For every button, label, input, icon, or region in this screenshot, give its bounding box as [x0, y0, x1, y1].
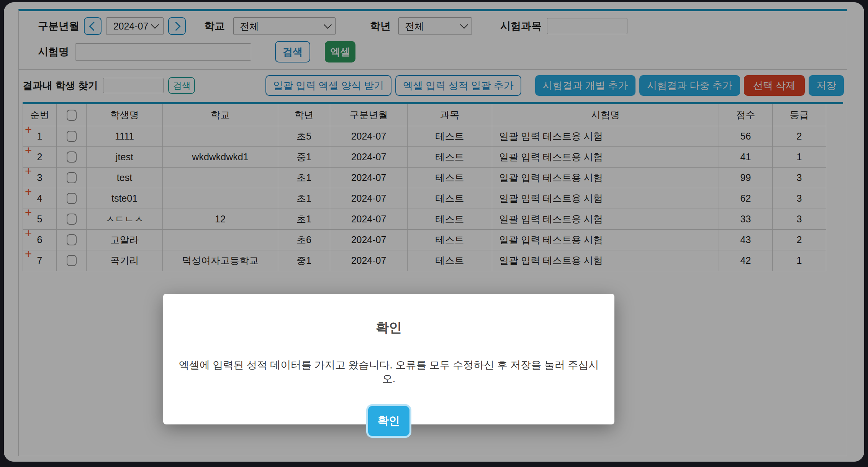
dialog-title: 확인 [163, 319, 614, 337]
app-window: 구분년월 2024-07 학교 전체 학년 전체 [4, 2, 864, 462]
dialog-confirm-button[interactable]: 확인 [366, 404, 411, 438]
dialog-message: 엑셀에 입력된 성적 데이터를 가지고 왔습니다. 오류를 모두 수정하신 후 … [163, 358, 614, 386]
confirm-dialog: 확인 엑셀에 입력된 성적 데이터를 가지고 왔습니다. 오류를 모두 수정하신… [163, 294, 614, 424]
